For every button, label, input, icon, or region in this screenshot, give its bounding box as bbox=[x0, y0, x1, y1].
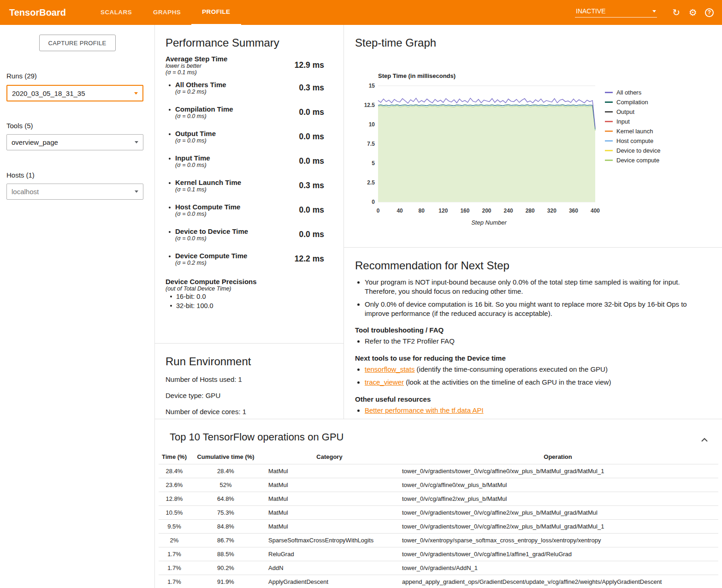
table-cell: tower_0/v/gradients/tower_0/v/cg/affine2… bbox=[397, 520, 718, 534]
chart-x-axis-label: Step Number bbox=[355, 219, 600, 226]
chevron-down-icon bbox=[135, 141, 138, 143]
legend-swatch bbox=[605, 121, 613, 122]
step-time-chart-plot: 02.557.51012.515040801201602002402803203… bbox=[355, 80, 600, 214]
col-cumulative: Cumulative time (%) bbox=[190, 450, 261, 464]
legend-swatch bbox=[605, 131, 613, 132]
table-cell: 88.5% bbox=[190, 547, 261, 561]
recommendation-section: Recommendation for Next Step Your progra… bbox=[344, 248, 722, 419]
performance-column: Performance Summary Average Step Time lo… bbox=[155, 25, 344, 419]
gear-icon[interactable]: ⚙ bbox=[687, 7, 698, 18]
legend-swatch bbox=[605, 92, 613, 93]
capture-profile-button[interactable]: CAPTURE PROFILE bbox=[39, 35, 116, 51]
perf-summary-item: Output Time(σ = 0.0 ms)0.0 ms bbox=[166, 125, 324, 149]
svg-text:5: 5 bbox=[372, 160, 375, 166]
runs-label: Runs (29) bbox=[6, 72, 154, 80]
table-cell: 9.5% bbox=[159, 520, 190, 534]
svg-text:240: 240 bbox=[504, 208, 513, 214]
tab-graphs[interactable]: GRAPHS bbox=[142, 0, 191, 25]
table-cell: tower_0/v/gradients/tower_0/v/cg/affine1… bbox=[397, 547, 718, 561]
performance-summary-title: Performance Summary bbox=[166, 36, 324, 49]
table-cell: 1.7% bbox=[159, 561, 190, 575]
perf-summary-item: Device Compute Time(σ = 0.2 ms)12.2 ms bbox=[166, 247, 324, 271]
top-ops-table: Time (%) Cumulative time (%) Category Op… bbox=[159, 450, 718, 588]
recommendation-title: Recommendation for Next Step bbox=[355, 259, 701, 272]
table-cell: tower_0/v/xentropy/sparse_softmax_cross_… bbox=[397, 534, 718, 547]
run-environment-title: Run Environment bbox=[166, 355, 334, 368]
metric-value: 12.9 ms bbox=[295, 60, 324, 70]
legend-item: Input bbox=[605, 117, 679, 126]
collapse-section-button[interactable] bbox=[701, 437, 708, 445]
legend-label: Input bbox=[616, 118, 630, 125]
legend-item: Compilation bbox=[605, 97, 679, 107]
table-cell: AddN bbox=[261, 561, 397, 575]
performance-summary-items: All Others Time(σ = 0.2 ms)0.3 msCompila… bbox=[166, 76, 324, 271]
table-cell: 28.4% bbox=[190, 464, 261, 478]
table-cell: ReluGrad bbox=[261, 547, 397, 561]
resources-list: Better performance with the tf.data API bbox=[355, 406, 701, 415]
run-environment-line: Device type: GPU bbox=[166, 392, 334, 399]
table-row: 28.4%28.4%MatMultower_0/v/gradients/towe… bbox=[159, 464, 718, 478]
status-select[interactable]: INACTIVE bbox=[575, 7, 657, 18]
legend-item: All others bbox=[605, 88, 679, 97]
chart-legend: All othersCompilationOutputInputKernel l… bbox=[605, 88, 679, 165]
svg-text:2.5: 2.5 bbox=[367, 179, 375, 186]
tools-select-value: overview_page bbox=[12, 138, 58, 146]
metric-name: Average Step Time bbox=[166, 55, 227, 63]
table-cell: tower_0/v/cg/affine0/xw_plus_b/MatMul bbox=[397, 478, 718, 492]
top-ops-title: Top 10 TensorFlow operations on GPU bbox=[170, 431, 722, 443]
table-cell: 75.3% bbox=[190, 506, 261, 520]
refresh-icon[interactable]: ↻ bbox=[671, 7, 682, 18]
trace-viewer-link[interactable]: trace_viewer bbox=[365, 378, 404, 386]
tab-scalars[interactable]: SCALARS bbox=[90, 0, 142, 25]
chart-title: Step Time (in milliseconds) bbox=[378, 72, 722, 80]
chevron-down-icon bbox=[134, 92, 138, 95]
hosts-select[interactable]: localhost bbox=[6, 184, 143, 200]
precisions-note: (out of Total Device Time) bbox=[166, 285, 324, 292]
tools-select[interactable]: overview_page bbox=[6, 134, 143, 150]
tensorflow-stats-link[interactable]: tensorflow_stats bbox=[365, 365, 414, 373]
help-icon[interactable]: ? bbox=[705, 8, 714, 17]
legend-label: All others bbox=[616, 89, 641, 96]
legend-swatch bbox=[605, 140, 613, 142]
table-row: 1.7%90.2%AddNtower_0/v/gradients/AddN_1 bbox=[159, 561, 718, 575]
metric-note: lower is better bbox=[166, 63, 227, 69]
svg-text:320: 320 bbox=[547, 208, 556, 214]
legend-item: Device compute bbox=[605, 155, 679, 165]
legend-label: Compilation bbox=[616, 99, 648, 106]
resources-heading: Other useful resources bbox=[355, 395, 701, 403]
recommendation-bullet: Only 0.0% of device computation is 16 bi… bbox=[365, 300, 701, 318]
svg-text:80: 80 bbox=[419, 208, 425, 214]
run-environment-line: Number of device cores: 1 bbox=[166, 408, 334, 415]
svg-text:7.5: 7.5 bbox=[367, 141, 375, 147]
legend-item: Output bbox=[605, 107, 679, 117]
metric-sigma: (σ = 0.1 ms) bbox=[166, 69, 227, 76]
run-environment-lines: Number of Hosts used: 1Device type: GPUN… bbox=[166, 376, 334, 415]
tfdata-performance-link[interactable]: Better performance with the tf.data API bbox=[365, 406, 484, 414]
svg-text:280: 280 bbox=[526, 208, 535, 214]
faq-bullet: Refer to the TF2 Profiler FAQ bbox=[365, 337, 701, 346]
table-cell: ApplyGradientDescent bbox=[261, 575, 397, 588]
svg-text:200: 200 bbox=[482, 208, 491, 214]
perf-summary-item: All Others Time(σ = 0.2 ms)0.3 ms bbox=[166, 76, 324, 100]
table-cell: 86.7% bbox=[190, 534, 261, 547]
recommendation-bullet: Your program is NOT input-bound because … bbox=[365, 278, 701, 296]
chevron-down-icon bbox=[135, 190, 138, 193]
table-cell: tower_0/v/gradients/tower_0/v/cg/affine2… bbox=[397, 506, 718, 520]
legend-label: Host compute bbox=[616, 137, 653, 144]
app-header: TensorBoard SCALARS GRAPHS PROFILE INACT… bbox=[0, 0, 722, 25]
legend-swatch bbox=[605, 111, 613, 113]
right-column: Step-time Graph Step Time (in millisecon… bbox=[344, 25, 722, 419]
svg-text:360: 360 bbox=[569, 208, 578, 214]
table-cell: tower_0/v/cg/affine2/xw_plus_b/MatMul bbox=[397, 492, 718, 506]
tab-profile[interactable]: PROFILE bbox=[191, 0, 241, 25]
table-row: 12.8%64.8%MatMultower_0/v/cg/affine2/xw_… bbox=[159, 492, 718, 506]
table-cell: 23.6% bbox=[159, 478, 190, 492]
table-cell: SparseSoftmaxCrossEntropyWithLogits bbox=[261, 534, 397, 547]
run-environment-line: Number of Hosts used: 1 bbox=[166, 376, 334, 383]
table-cell: 1.7% bbox=[159, 547, 190, 561]
svg-text:15: 15 bbox=[369, 83, 375, 89]
runs-select[interactable]: 2020_03_05_18_31_35 bbox=[6, 85, 143, 101]
run-environment-section: Run Environment Number of Hosts used: 1D… bbox=[155, 355, 343, 415]
precisions-title: Device Compute Precisions bbox=[166, 278, 324, 285]
legend-swatch bbox=[605, 160, 613, 161]
